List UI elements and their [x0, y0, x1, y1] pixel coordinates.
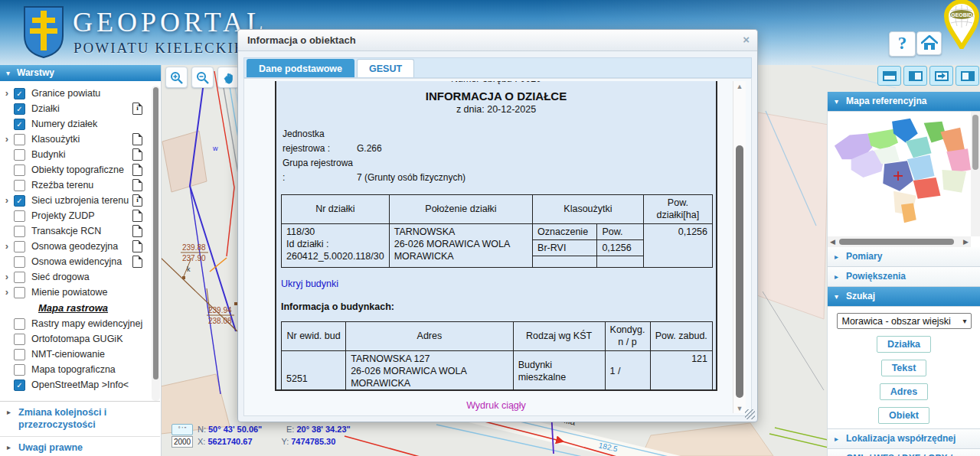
refmap-vscrollbar[interactable] [971, 112, 980, 236]
hide-buildings-link[interactable]: Ukryj budynki [281, 278, 338, 289]
layer-label[interactable]: Ortofotomapa GUGiK [31, 334, 150, 344]
layer-label[interactable]: Mapa topograficzna [31, 364, 150, 375]
layer-checkbox[interactable] [14, 272, 25, 283]
zoom-in-button[interactable] [165, 67, 188, 88]
tab-gesut[interactable]: GESUT [357, 59, 414, 77]
layer-checkbox[interactable]: ✓ [14, 379, 25, 391]
refmap-hscrollbar-thumb[interactable] [839, 239, 954, 245]
layer-doc-icon[interactable] [132, 225, 142, 237]
scroll-left-icon[interactable]: ◀ [830, 238, 835, 246]
layer-label[interactable]: Osnowa geodezyjna [31, 241, 132, 252]
layer-checkbox[interactable] [14, 256, 25, 268]
tab-dane-podstawowe[interactable]: Dane podstawowe [247, 59, 354, 77]
layer-checkbox[interactable] [14, 349, 25, 360]
layer-checkbox[interactable]: ✓ [14, 88, 25, 99]
search-dzia-ka-button[interactable]: Działka [877, 336, 931, 353]
scroll-down-icon[interactable]: ▼ [733, 405, 746, 412]
layout-right-panel-button[interactable] [956, 66, 979, 86]
layer-info-icon[interactable]: i [132, 194, 142, 207]
section-gml-export[interactable]: ▸ GML / WFS / DXF / GPX / Pikiety [828, 449, 980, 456]
layer-label[interactable]: Granice powiatu [31, 88, 150, 99]
layer-doc-icon[interactable] [132, 164, 142, 176]
layer-checkbox[interactable] [14, 164, 25, 176]
layer-label[interactable]: Rastry mapy ewidencyjnej [31, 318, 150, 329]
layer-label[interactable]: Działki [31, 103, 132, 114]
section-reference-map[interactable]: ▾ Mapa referencyjna [828, 92, 980, 112]
expand-icon[interactable]: › [0, 134, 14, 145]
layer-label[interactable]: Numery działek [31, 119, 150, 129]
layer-label[interactable]: NMT-cieniowanie [31, 349, 150, 360]
dialog-scrollbar[interactable]: ▲ ▼ [733, 81, 746, 413]
layer-checkbox[interactable] [14, 364, 25, 376]
layer-checkbox[interactable] [14, 134, 25, 145]
sidebar-scrollbar[interactable]: ▼ [152, 86, 160, 401]
continuous-print-link[interactable]: Wydruk ciągły [275, 400, 717, 411]
layer-label[interactable]: Klasoużytki [31, 134, 132, 145]
layer-label[interactable]: Sieć drogowa [31, 272, 150, 282]
layer-checkbox[interactable] [14, 287, 25, 298]
layer-checkbox[interactable] [14, 241, 25, 252]
pan-button[interactable] [217, 67, 240, 88]
layer-checkbox[interactable] [14, 149, 25, 161]
layer-doc-icon[interactable] [132, 148, 142, 161]
layer-checkbox[interactable]: ✓ [14, 103, 25, 115]
layer-label[interactable]: Mienie powiatowe [31, 287, 150, 298]
scroll-up-icon[interactable]: ▲ [733, 83, 746, 90]
section-lokalizacja[interactable]: ▸ Lokalizacja współrzędnej [828, 428, 980, 449]
refmap-vscrollbar-thumb[interactable] [972, 115, 978, 170]
search-adres-button[interactable]: Adres [880, 383, 928, 400]
help-button[interactable]: ? [889, 31, 916, 57]
sidebar-scrollbar-thumb[interactable] [153, 87, 158, 379]
layer-doc-icon[interactable] [132, 179, 142, 191]
layer-label[interactable]: OpenStreetMap >Info< [31, 379, 150, 390]
layer-checkbox[interactable]: ✓ [14, 119, 25, 130]
layer-checkbox[interactable] [14, 334, 25, 345]
layer-checkbox[interactable]: ✓ [14, 195, 25, 207]
expand-icon[interactable]: › [0, 287, 14, 298]
scroll-right-icon[interactable]: ▶ [963, 238, 969, 246]
legal-notes-link[interactable]: ▸ Uwagi prawne [0, 437, 160, 456]
layer-doc-icon[interactable] [132, 256, 142, 268]
layers-header[interactable]: ▾ Warstwy [0, 65, 161, 81]
document-viewport[interactable]: Numer obrębu : 0020 INFORMACJA O DZIAŁCE… [275, 81, 717, 391]
dms-toggle-button[interactable]: ° ' " [172, 424, 193, 435]
search-obiekt-button[interactable]: Obiekt [878, 407, 929, 424]
section-powiekszenia[interactable]: ▸ Powiększenia [828, 267, 980, 287]
dialog-resize-grip[interactable] [745, 409, 755, 419]
layer-label[interactable]: Budynki [31, 149, 132, 160]
layer-checkbox[interactable] [14, 318, 25, 330]
reference-map[interactable]: ◀ ▶ [828, 112, 980, 247]
scale-input[interactable]: 2000 [172, 436, 193, 448]
layer-doc-icon[interactable] [132, 210, 142, 222]
layer-label[interactable]: Osnowa ewidencyjna [31, 256, 132, 267]
layer-doc-icon[interactable] [132, 133, 142, 145]
layout-expand-button[interactable] [929, 66, 953, 86]
expand-icon[interactable]: › [0, 272, 14, 282]
layout-left-panel-button[interactable] [903, 66, 927, 86]
section-pomiary[interactable]: ▸ Pomiary [828, 247, 980, 267]
expand-icon[interactable]: › [0, 195, 14, 206]
layer-checkbox[interactable] [14, 226, 25, 237]
home-button[interactable] [916, 31, 942, 55]
layer-order-link[interactable]: ▸ Zmiana kolejności i przezroczystości [0, 402, 160, 437]
zoom-out-button[interactable] [191, 67, 214, 88]
layer-checkbox[interactable] [14, 180, 25, 191]
layer-label[interactable]: Transakcje RCN [31, 226, 132, 236]
close-icon[interactable]: × [743, 33, 750, 46]
refmap-hscrollbar[interactable]: ◀ ▶ [828, 236, 971, 247]
layer-label[interactable]: Rzeźba terenu [31, 180, 132, 191]
layer-info-icon[interactable]: i [132, 103, 142, 115]
area-select[interactable]: Morawica - obszar wiejski ▾ [837, 313, 972, 329]
search-tekst-button[interactable]: Tekst [881, 360, 927, 376]
section-szukaj[interactable]: ▾ Szukaj [828, 287, 980, 307]
expand-icon[interactable]: › [0, 88, 14, 99]
layer-doc-icon[interactable] [132, 240, 142, 252]
layer-checkbox[interactable] [14, 210, 25, 222]
expand-icon[interactable]: › [0, 241, 14, 252]
layout-full-button[interactable] [877, 66, 901, 86]
layer-label[interactable]: Sieci uzbrojenia terenu [31, 195, 132, 206]
geobid-logo[interactable]: GEOBID [943, 0, 980, 49]
dialog-scrollbar-thumb[interactable] [736, 145, 743, 398]
dialog-titlebar[interactable]: Informacja o obiektach × [238, 30, 757, 51]
layer-label[interactable]: Obiekty topograficzne [31, 164, 132, 175]
